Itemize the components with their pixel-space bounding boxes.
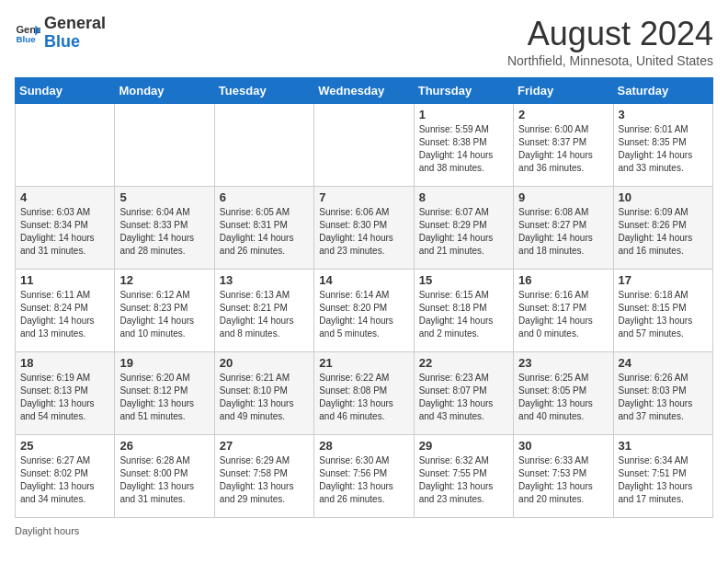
day-cell: 28Sunrise: 6:30 AM Sunset: 7:56 PM Dayli… xyxy=(314,435,414,518)
day-info: Sunrise: 6:15 AM Sunset: 8:18 PM Dayligh… xyxy=(419,289,508,340)
day-cell: 27Sunrise: 6:29 AM Sunset: 7:58 PM Dayli… xyxy=(214,435,313,518)
logo-text: General Blue xyxy=(44,15,106,52)
day-number: 18 xyxy=(20,356,109,370)
day-info: Sunrise: 6:14 AM Sunset: 8:20 PM Dayligh… xyxy=(319,289,408,340)
day-cell xyxy=(214,104,313,187)
day-cell: 23Sunrise: 6:25 AM Sunset: 8:05 PM Dayli… xyxy=(514,352,613,435)
day-number: 30 xyxy=(518,439,608,453)
day-cell: 26Sunrise: 6:28 AM Sunset: 8:00 PM Dayli… xyxy=(115,435,214,518)
day-info: Sunrise: 6:26 AM Sunset: 8:03 PM Dayligh… xyxy=(619,372,708,423)
day-info: Sunrise: 5:59 AM Sunset: 8:38 PM Dayligh… xyxy=(419,123,508,175)
day-number: 10 xyxy=(619,190,708,204)
day-number: 13 xyxy=(220,273,309,287)
day-cell: 19Sunrise: 6:20 AM Sunset: 8:12 PM Dayli… xyxy=(115,352,214,435)
day-cell: 31Sunrise: 6:34 AM Sunset: 7:51 PM Dayli… xyxy=(613,435,712,518)
day-number: 21 xyxy=(319,356,408,370)
day-cell: 7Sunrise: 6:06 AM Sunset: 8:30 PM Daylig… xyxy=(314,187,414,270)
day-info: Sunrise: 6:04 AM Sunset: 8:33 PM Dayligh… xyxy=(119,206,209,258)
day-info: Sunrise: 6:27 AM Sunset: 8:02 PM Dayligh… xyxy=(20,454,109,506)
day-number: 19 xyxy=(119,356,209,370)
day-cell xyxy=(314,104,414,187)
week-row-5: 25Sunrise: 6:27 AM Sunset: 8:02 PM Dayli… xyxy=(16,435,713,518)
day-info: Sunrise: 6:00 AM Sunset: 8:37 PM Dayligh… xyxy=(518,123,608,175)
day-number: 17 xyxy=(619,273,708,287)
day-cell: 2Sunrise: 6:00 AM Sunset: 8:37 PM Daylig… xyxy=(514,104,613,187)
day-number: 14 xyxy=(319,273,408,287)
day-info: Sunrise: 6:19 AM Sunset: 8:13 PM Dayligh… xyxy=(20,372,109,423)
day-info: Sunrise: 6:32 AM Sunset: 7:55 PM Dayligh… xyxy=(419,454,508,506)
day-cell: 30Sunrise: 6:33 AM Sunset: 7:53 PM Dayli… xyxy=(514,435,613,518)
day-cell: 17Sunrise: 6:18 AM Sunset: 8:15 PM Dayli… xyxy=(613,270,712,352)
day-info: Sunrise: 6:30 AM Sunset: 7:56 PM Dayligh… xyxy=(319,454,408,506)
svg-text:Blue: Blue xyxy=(16,34,36,44)
logo: General Blue General Blue xyxy=(15,15,106,52)
day-info: Sunrise: 6:07 AM Sunset: 8:29 PM Dayligh… xyxy=(419,206,508,258)
day-cell: 13Sunrise: 6:13 AM Sunset: 8:21 PM Dayli… xyxy=(214,270,313,352)
day-number: 11 xyxy=(20,273,109,287)
day-info: Sunrise: 6:06 AM Sunset: 8:30 PM Dayligh… xyxy=(319,206,408,258)
weekday-header-row: SundayMondayTuesdayWednesdayThursdayFrid… xyxy=(16,78,713,104)
day-cell: 22Sunrise: 6:23 AM Sunset: 8:07 PM Dayli… xyxy=(414,352,513,435)
day-cell: 11Sunrise: 6:11 AM Sunset: 8:24 PM Dayli… xyxy=(16,270,115,352)
day-number: 26 xyxy=(119,439,209,453)
day-cell: 25Sunrise: 6:27 AM Sunset: 8:02 PM Dayli… xyxy=(16,435,115,518)
day-cell xyxy=(16,104,115,187)
day-number: 5 xyxy=(119,190,209,204)
weekday-header-sunday: Sunday xyxy=(16,78,115,104)
day-cell: 20Sunrise: 6:21 AM Sunset: 8:10 PM Dayli… xyxy=(214,352,313,435)
day-info: Sunrise: 6:25 AM Sunset: 8:05 PM Dayligh… xyxy=(518,372,608,423)
title-area: August 2024 Northfield, Minnesota, Unite… xyxy=(507,15,713,68)
weekday-header-tuesday: Tuesday xyxy=(214,78,313,104)
day-cell: 16Sunrise: 6:16 AM Sunset: 8:17 PM Dayli… xyxy=(514,270,613,352)
weekday-header-saturday: Saturday xyxy=(613,78,712,104)
day-cell: 1Sunrise: 5:59 AM Sunset: 8:38 PM Daylig… xyxy=(414,104,513,187)
day-number: 20 xyxy=(220,356,309,370)
calendar-subtitle: Northfield, Minnesota, United States xyxy=(507,53,713,68)
week-row-2: 4Sunrise: 6:03 AM Sunset: 8:34 PM Daylig… xyxy=(16,187,713,270)
day-info: Sunrise: 6:11 AM Sunset: 8:24 PM Dayligh… xyxy=(20,289,109,340)
day-info: Sunrise: 6:28 AM Sunset: 8:00 PM Dayligh… xyxy=(119,454,209,506)
day-info: Sunrise: 6:33 AM Sunset: 7:53 PM Dayligh… xyxy=(518,454,608,506)
day-cell: 8Sunrise: 6:07 AM Sunset: 8:29 PM Daylig… xyxy=(414,187,513,270)
day-info: Sunrise: 6:34 AM Sunset: 7:51 PM Dayligh… xyxy=(619,454,708,506)
logo-icon: General Blue xyxy=(15,20,40,46)
week-row-3: 11Sunrise: 6:11 AM Sunset: 8:24 PM Dayli… xyxy=(16,270,713,352)
day-number: 15 xyxy=(419,273,508,287)
day-cell: 21Sunrise: 6:22 AM Sunset: 8:08 PM Dayli… xyxy=(314,352,414,435)
day-info: Sunrise: 6:22 AM Sunset: 8:08 PM Dayligh… xyxy=(319,372,408,423)
day-cell: 5Sunrise: 6:04 AM Sunset: 8:33 PM Daylig… xyxy=(115,187,214,270)
day-cell: 9Sunrise: 6:08 AM Sunset: 8:27 PM Daylig… xyxy=(514,187,613,270)
day-number: 12 xyxy=(119,273,209,287)
day-info: Sunrise: 6:16 AM Sunset: 8:17 PM Dayligh… xyxy=(518,289,608,340)
day-cell: 4Sunrise: 6:03 AM Sunset: 8:34 PM Daylig… xyxy=(16,187,115,270)
day-number: 4 xyxy=(20,190,109,204)
day-number: 16 xyxy=(518,273,608,287)
day-info: Sunrise: 6:23 AM Sunset: 8:07 PM Dayligh… xyxy=(419,372,508,423)
day-number: 29 xyxy=(419,439,508,453)
day-number: 1 xyxy=(419,108,508,121)
footer-note: Daylight hours xyxy=(15,525,713,536)
day-cell: 10Sunrise: 6:09 AM Sunset: 8:26 PM Dayli… xyxy=(613,187,712,270)
day-number: 3 xyxy=(619,108,708,121)
day-cell: 29Sunrise: 6:32 AM Sunset: 7:55 PM Dayli… xyxy=(414,435,513,518)
day-info: Sunrise: 6:01 AM Sunset: 8:35 PM Dayligh… xyxy=(619,123,708,175)
day-number: 25 xyxy=(20,439,109,453)
day-number: 23 xyxy=(518,356,608,370)
calendar-title: August 2024 xyxy=(507,15,713,53)
calendar-table: SundayMondayTuesdayWednesdayThursdayFrid… xyxy=(15,77,713,518)
day-cell: 24Sunrise: 6:26 AM Sunset: 8:03 PM Dayli… xyxy=(613,352,712,435)
day-number: 31 xyxy=(619,439,708,453)
day-info: Sunrise: 6:09 AM Sunset: 8:26 PM Dayligh… xyxy=(619,206,708,258)
day-cell: 18Sunrise: 6:19 AM Sunset: 8:13 PM Dayli… xyxy=(16,352,115,435)
weekday-header-thursday: Thursday xyxy=(414,78,513,104)
day-cell: 6Sunrise: 6:05 AM Sunset: 8:31 PM Daylig… xyxy=(214,187,313,270)
day-cell: 14Sunrise: 6:14 AM Sunset: 8:20 PM Dayli… xyxy=(314,270,414,352)
day-cell: 12Sunrise: 6:12 AM Sunset: 8:23 PM Dayli… xyxy=(115,270,214,352)
day-number: 28 xyxy=(319,439,408,453)
week-row-4: 18Sunrise: 6:19 AM Sunset: 8:13 PM Dayli… xyxy=(16,352,713,435)
day-cell xyxy=(115,104,214,187)
week-row-1: 1Sunrise: 5:59 AM Sunset: 8:38 PM Daylig… xyxy=(16,104,713,187)
day-info: Sunrise: 6:08 AM Sunset: 8:27 PM Dayligh… xyxy=(518,206,608,258)
day-info: Sunrise: 6:21 AM Sunset: 8:10 PM Dayligh… xyxy=(220,372,309,423)
day-info: Sunrise: 6:03 AM Sunset: 8:34 PM Dayligh… xyxy=(20,206,109,258)
